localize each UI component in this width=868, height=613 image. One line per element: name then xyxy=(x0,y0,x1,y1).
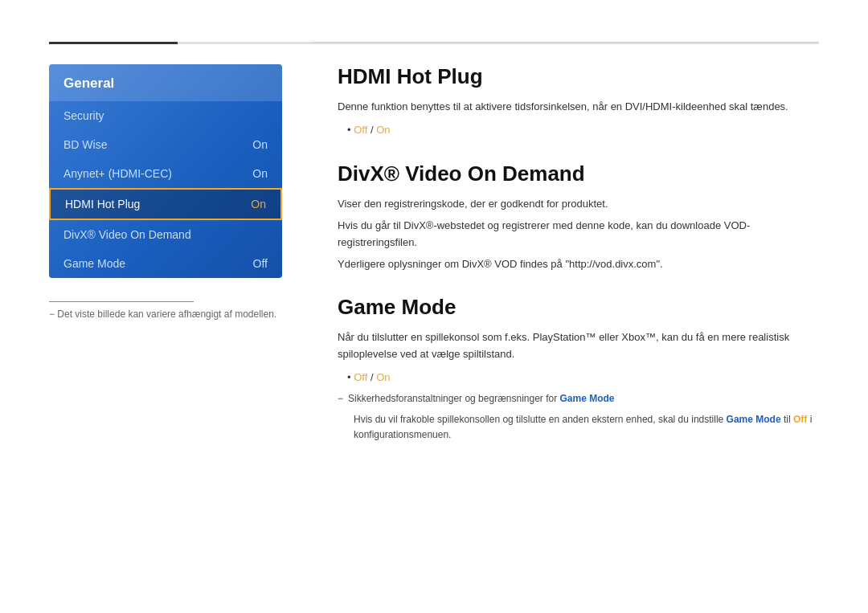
sidebar-item-4[interactable]: DivX® Video On Demand xyxy=(49,220,282,249)
main-divider xyxy=(313,42,819,43)
sidebar-item-value-3: On xyxy=(251,198,266,210)
sidebar-item-2[interactable]: Anynet+ (HDMI-CEC)On xyxy=(49,159,282,188)
section-hdmi-hot-plug: HDMI Hot PlugDenne funktion benyttes til… xyxy=(338,64,819,139)
footnote-divider xyxy=(49,301,194,302)
sidebar-item-5[interactable]: Game ModeOff xyxy=(49,249,282,278)
note-2-1: Hvis du vil frakoble spillekonsollen og … xyxy=(338,412,819,443)
section-para-1-1: Hvis du går til DivX®-webstedet og regis… xyxy=(338,218,819,251)
note-text-2-1: Hvis du vil frakoble spillekonsollen og … xyxy=(354,412,819,443)
sidebar-header: General xyxy=(49,64,282,101)
off-label: Off xyxy=(354,124,367,136)
off-label: Off xyxy=(354,371,367,383)
sidebar-item-label-5: Game Mode xyxy=(63,257,125,270)
note-highlight: Game Mode xyxy=(727,414,781,425)
sidebar-item-value-5: Off xyxy=(253,257,268,270)
sidebar-item-label-1: BD Wise xyxy=(63,138,107,151)
sidebar-item-label-0: Security xyxy=(63,109,104,122)
note-text-2-0: Sikkerhedsforanstaltninger og begrænsnin… xyxy=(348,391,615,407)
footnote-area: − Det viste billede kan variere afhængig… xyxy=(49,301,282,320)
main-content: HDMI Hot PlugDenne funktion benyttes til… xyxy=(338,64,819,465)
sidebar-item-label-4: DivX® Video On Demand xyxy=(63,228,191,241)
section-title-0: HDMI Hot Plug xyxy=(338,64,819,89)
section-title-2: Game Mode xyxy=(338,295,819,320)
bullet-item-0-0: Off / On xyxy=(347,121,819,139)
sidebar-item-3[interactable]: HDMI Hot PlugOn xyxy=(49,188,282,220)
section-para-2-0: Når du tilslutter en spillekonsol som f.… xyxy=(338,329,819,363)
section-title-1: DivX® Video On Demand xyxy=(338,161,819,186)
sidebar-item-value-1: On xyxy=(252,138,268,151)
note-dash-0: − xyxy=(338,391,343,407)
sidebar-item-label-2: Anynet+ (HDMI-CEC) xyxy=(63,167,172,180)
progress-bar-fill xyxy=(49,42,178,44)
on-label: On xyxy=(376,371,390,383)
note-2-0: − Sikkerhedsforanstaltninger og begrænsn… xyxy=(338,391,819,407)
section-para-1-0: Viser den registreringskode, der er godk… xyxy=(338,196,819,213)
section-divx-video-on-demand: DivX® Video On DemandViser den registrer… xyxy=(338,161,819,272)
note-highlight2: Off xyxy=(793,414,807,425)
sidebar-item-1[interactable]: BD WiseOn xyxy=(49,130,282,159)
section-game-mode: Game ModeNår du tilslutter en spillekons… xyxy=(338,295,819,443)
bullet-list-0: Off / On xyxy=(338,121,819,139)
sidebar-item-label-3: HDMI Hot Plug xyxy=(65,198,140,210)
bullet-item-2-0: Off / On xyxy=(347,368,819,386)
bullet-list-2: Off / On xyxy=(338,368,819,386)
sidebar-item-value-2: On xyxy=(252,167,268,180)
on-label: On xyxy=(376,124,390,136)
sidebar-item-0[interactable]: Security xyxy=(49,101,282,130)
section-para-0-0: Denne funktion benyttes til at aktivere … xyxy=(338,99,819,116)
footnote-text: − Det viste billede kan variere afhængig… xyxy=(49,309,282,320)
sidebar: General SecurityBD WiseOnAnynet+ (HDMI-C… xyxy=(49,64,282,278)
section-para-1-2: Yderligere oplysninger om DivX® VOD find… xyxy=(338,256,819,273)
note-highlight: Game Mode xyxy=(560,393,615,404)
sidebar-title: General xyxy=(63,76,114,91)
